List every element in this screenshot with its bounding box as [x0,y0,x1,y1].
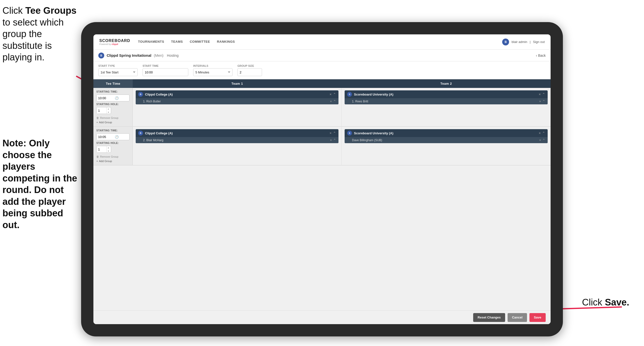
player-expand-icon-1-1[interactable]: ⌃ [333,99,336,103]
team2-cell-2[interactable]: S Scoreboard University (A) × ⌃ Dave Bil… [342,127,550,165]
team1-remove-icon-2[interactable]: × [330,131,332,135]
team1-name-2: Clippd College (A) [145,131,328,135]
nav-right: B blair admin | Sign out [502,38,545,45]
powered-by: Powered by clippd [99,43,130,45]
add-group-btn-1[interactable]: + Add Group [96,121,130,124]
player-name-2-2: Dave Billingham (SUB) [352,138,537,142]
team2-card-2[interactable]: S Scoreboard University (A) × ⌃ Dave Bil… [344,129,548,143]
nav-rankings[interactable]: RANKINGS [217,39,235,45]
nav-tournaments[interactable]: TOURNAMENTS [138,39,164,45]
table-header: Tee Time Team 1 Team 2 [94,79,550,88]
subheader-hosting: Hosting [167,53,178,57]
team2-name-1: Scoreboard University (A) [354,93,537,96]
subheader-gender: (Men) [154,53,164,57]
team1-card-2[interactable]: B Clippd College (A) × ⌃ 2. Blair McHarg [136,129,338,143]
player-row-1-1: 1. Rich Butler × ⌃ [136,98,338,104]
group-size-input[interactable] [238,68,262,76]
hole-input-1[interactable] [96,107,106,114]
player-expand-icon-2-1[interactable]: ⌃ [542,99,545,103]
subheader-badge: B [98,52,104,58]
intervals-field: Intervals 5 Minutes [193,64,232,76]
click-save-label: Click Save. [582,297,629,308]
tee-time-input-1[interactable] [96,95,113,101]
remove-group-btn-1[interactable]: 🗑 Remove Group [96,116,130,119]
team1-remove-icon-1[interactable]: × [330,92,332,96]
team1-col-header: Team 1 [133,79,342,88]
tee-sidebar-2: STARTING TIME: 🕐 STARTING HOLE: ▲ ▼ [94,127,133,165]
settings-bar: Start Type 1st Tee Start Start Time Inte… [94,61,550,79]
hole-input-2[interactable] [96,146,106,152]
navbar: SCOREBOARD Powered by clippd TOURNAMENTS… [94,34,550,50]
subheader-tournament-title: Clippd Spring Invitational (Men) [107,53,164,57]
team1-cell-2[interactable]: B Clippd College (A) × ⌃ 2. Blair McHarg [133,127,342,165]
tee-time-input-2[interactable] [96,134,113,140]
player-remove-icon-2-2[interactable]: × [539,138,541,142]
team1-name-1: Clippd College (A) [145,93,328,96]
back-button[interactable]: Back [536,53,546,57]
team2-actions-2: × ⌃ [539,131,545,135]
tee-time-input-wrap-2: 🕐 [96,133,130,140]
spin-up-1[interactable]: ▲ [107,107,110,111]
tablet-screen: SCOREBOARD Powered by clippd TOURNAMENTS… [94,34,550,324]
tee-groups-bold: Tee Groups [25,5,76,16]
player-remove-icon-1-2[interactable]: × [330,138,332,142]
starting-time-label-1: STARTING TIME: [96,90,130,93]
team2-badge-2: S [347,131,352,136]
clock-icon-2: 🕐 [113,135,120,139]
team1-card-header-1: B Clippd College (A) × ⌃ [136,90,338,98]
start-type-select[interactable]: 1st Tee Start [98,68,138,76]
player-expand-icon-2-2[interactable]: ⌃ [542,138,545,142]
team2-card-1[interactable]: S Scoreboard University (A) × ⌃ 1. Rees … [344,90,548,104]
team2-actions-1: × ⌃ [539,92,545,96]
player-remove-icon-1-1[interactable]: × [330,99,332,103]
spin-up-2[interactable]: ▲ [107,146,110,150]
team1-cell-1[interactable]: B Clippd College (A) × ⌃ 1. Rich Butler [133,88,342,126]
team1-card-1[interactable]: B Clippd College (A) × ⌃ 1. Rich Butler [136,90,338,104]
note-bold: Note: Only choose the players competing … [2,138,77,230]
spin-down-1[interactable]: ▼ [107,111,110,114]
team2-expand-icon-1[interactable]: ⌃ [542,92,545,96]
hole-spin-2[interactable]: ▲ ▼ [106,146,110,152]
team1-expand-icon-2[interactable]: ⌃ [333,131,336,135]
player-name-2-1: 1. Rees Britt [352,100,537,103]
team1-expand-icon-1[interactable]: ⌃ [333,92,336,96]
player-expand-icon-1-2[interactable]: ⌃ [333,138,336,142]
hole-spin-1[interactable]: ▲ ▼ [106,107,110,114]
player-remove-icon-2-1[interactable]: × [539,99,541,103]
team1-badge-2: B [138,131,143,136]
start-time-input[interactable] [142,68,188,76]
group-size-label: Group Size [238,64,262,67]
instructions-top: Click Tee Groups to select which group t… [2,5,79,63]
team2-name-2: Scoreboard University (A) [354,131,537,135]
add-group-btn-2[interactable]: + Add Group [96,160,130,163]
player-row-2-1: 1. Rees Britt × ⌃ [344,98,548,104]
intervals-select[interactable]: 5 Minutes [193,68,232,76]
clock-icon-1: 🕐 [113,96,120,100]
tee-time-col-header: Tee Time [94,79,133,88]
team1-card-header-2: B Clippd College (A) × ⌃ [136,129,338,137]
player-actions-2-1: × ⌃ [539,99,545,103]
save-button[interactable]: Save [530,313,546,322]
spin-down-2[interactable]: ▼ [107,150,110,153]
team2-expand-icon-2[interactable]: ⌃ [542,131,545,135]
nav-committee[interactable]: COMMITTEE [190,39,210,45]
team2-card-header-1: S Scoreboard University (A) × ⌃ [344,90,548,98]
team1-actions-2: × ⌃ [330,131,336,135]
remove-group-btn-2[interactable]: 🗑 Remove Group [96,155,130,158]
start-type-field: Start Type 1st Tee Start [98,64,138,76]
starting-time-label-2: STARTING TIME: [96,129,130,132]
team2-badge-1: S [347,92,352,97]
team2-remove-icon-1[interactable]: × [539,92,541,96]
team2-remove-icon-2[interactable]: × [539,131,541,135]
player-row-1-2: 2. Blair McHarg × ⌃ [136,137,338,143]
player-actions-1-2: × ⌃ [330,138,336,142]
user-name: blair admin [512,40,527,44]
reset-changes-button[interactable]: Reset Changes [473,313,505,322]
tee-sidebar-1: STARTING TIME: 🕐 STARTING HOLE: ▲ ▼ [94,88,133,126]
team2-cell-1[interactable]: S Scoreboard University (A) × ⌃ 1. Rees … [342,88,550,126]
start-time-field: Start Time [142,64,188,76]
sign-out-link[interactable]: Sign out [533,40,545,44]
cancel-button[interactable]: Cancel [508,313,527,322]
nav-teams[interactable]: TEAMS [171,39,183,45]
group-size-field: Group Size [238,64,262,76]
